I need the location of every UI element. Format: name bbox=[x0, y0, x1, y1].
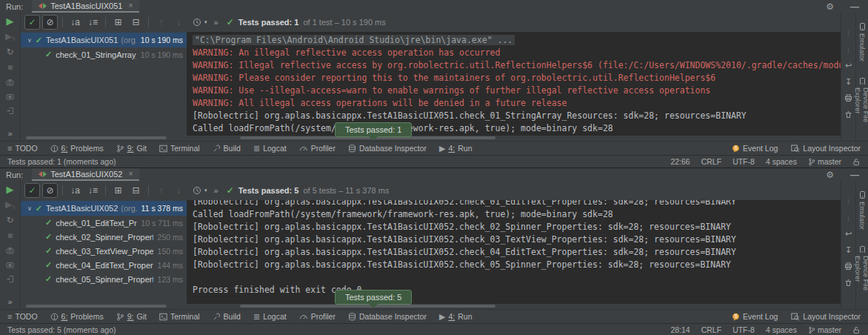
toolwindow-problems[interactable]: 6:Problems bbox=[50, 312, 104, 321]
test-tree-row[interactable]: ✓ check_01_StringArray_Resources 10 s 19… bbox=[21, 47, 187, 62]
hide-window-icon[interactable]: — bbox=[850, 1, 859, 12]
test-tree-row[interactable]: ✓ check_05_Spinner_Properties 123 ms bbox=[21, 272, 187, 286]
next-failed-icon[interactable]: ↓ bbox=[171, 183, 187, 198]
line-separator[interactable]: CRLF bbox=[701, 325, 721, 334]
attach-window-icon[interactable] bbox=[6, 107, 14, 115]
resume-icon[interactable]: ▶9 bbox=[5, 200, 15, 210]
git-branch-widget[interactable]: master bbox=[808, 157, 841, 166]
toolwindow-todo[interactable]: ≡TODO bbox=[7, 144, 38, 153]
toolwindow-profiler[interactable]: Profiler bbox=[299, 144, 335, 153]
git-branch-widget[interactable]: master bbox=[808, 325, 841, 334]
lock-icon[interactable] bbox=[852, 326, 861, 334]
print-icon[interactable] bbox=[844, 94, 852, 102]
event-log-button[interactable]: SEvent Log bbox=[732, 312, 778, 321]
toolwindow-git[interactable]: 9:Git bbox=[116, 312, 147, 321]
next-failed-icon[interactable]: ↓ bbox=[171, 15, 187, 30]
console-hscroll-thumb[interactable] bbox=[240, 305, 495, 308]
attach-window-icon[interactable] bbox=[6, 275, 14, 283]
clear-all-icon[interactable] bbox=[844, 279, 852, 287]
gear-icon[interactable]: ⚙ bbox=[826, 170, 834, 179]
toolwindow-git[interactable]: 9:Git bbox=[116, 144, 147, 153]
toolwindow-todo[interactable]: ≡TODO bbox=[7, 312, 38, 321]
stop-icon[interactable]: ■ bbox=[7, 231, 13, 241]
file-encoding[interactable]: UTF-8 bbox=[732, 157, 755, 166]
toolbar-overflow-icon[interactable]: » bbox=[7, 129, 12, 138]
resume-icon[interactable]: ▶9 bbox=[5, 32, 15, 42]
down-stack-trace-icon[interactable]: ↓ bbox=[847, 45, 851, 53]
test-tree-row[interactable]: ✓ check_02_Spinner_Properties 250 ms bbox=[21, 230, 187, 244]
tree-expand-chevron-icon[interactable]: ∨ bbox=[27, 37, 32, 44]
indent-setting[interactable]: 4 spaces bbox=[766, 157, 797, 166]
test-tree-row[interactable]: ✓ check_03_TextView_Properties 150 ms bbox=[21, 244, 187, 258]
toolwindow-problems[interactable]: 6:Problems bbox=[50, 144, 104, 153]
soft-wrap-icon[interactable]: ↩ bbox=[845, 230, 852, 238]
toolwindow-profiler[interactable]: Profiler bbox=[299, 312, 335, 321]
run-tab[interactable]: TestA1BasicUIX051 × bbox=[32, 0, 139, 13]
stripe-device-file-explorer[interactable]: Device File Explorer bbox=[854, 246, 868, 309]
toolwindow-logcat[interactable]: ≣Logcat bbox=[253, 312, 287, 321]
toolbar-more-icon[interactable]: » bbox=[214, 18, 218, 27]
scroll-to-end-icon[interactable]: ↧ bbox=[845, 246, 852, 254]
rerun-tests-icon[interactable]: ▶ bbox=[7, 185, 14, 194]
sort-by-duration-icon[interactable]: ↓≡ bbox=[85, 15, 101, 30]
rerun-failed-tests-icon[interactable]: ↻ bbox=[6, 47, 13, 57]
screen-record-icon[interactable] bbox=[6, 93, 14, 101]
line-separator[interactable]: CRLF bbox=[701, 157, 721, 166]
run-tab[interactable]: TestA1BasicUIX052 × bbox=[32, 168, 139, 181]
rerun-tests-icon[interactable]: ▶ bbox=[7, 16, 14, 26]
layout-inspector-button[interactable]: Layout Inspector bbox=[791, 144, 861, 153]
show-ignored-icon[interactable]: ⊘ bbox=[42, 183, 58, 198]
gear-icon[interactable]: ⚙ bbox=[826, 2, 834, 11]
tree-hscroll-thumb[interactable] bbox=[26, 305, 167, 308]
toolwindow-terminal[interactable]: Terminal bbox=[159, 144, 200, 153]
show-passed-icon[interactable]: ✓ bbox=[24, 15, 40, 30]
print-icon[interactable] bbox=[844, 262, 852, 271]
toolwindow-build[interactable]: Build bbox=[213, 144, 241, 153]
toolwindow-run[interactable]: ▶4:Run bbox=[439, 144, 473, 153]
sort-by-duration-icon[interactable]: ↓≡ bbox=[85, 183, 101, 198]
close-tab-icon[interactable]: × bbox=[128, 1, 133, 10]
test-history-icon[interactable] bbox=[189, 15, 204, 30]
file-encoding[interactable]: UTF-8 bbox=[732, 325, 755, 334]
event-log-button[interactable]: SEvent Log bbox=[732, 144, 778, 153]
test-tree-root-row[interactable]: ∨ ✓ TestA1BasicUIX051(org.aplas.basica 1… bbox=[21, 33, 187, 47]
show-ignored-icon[interactable]: ⊘ bbox=[42, 15, 58, 30]
toolwindow-run[interactable]: ▶4:Run bbox=[439, 312, 473, 321]
screenshot-icon[interactable] bbox=[6, 79, 14, 87]
indent-setting[interactable]: 4 spaces bbox=[766, 325, 797, 334]
scroll-to-end-icon[interactable]: ↧ bbox=[845, 78, 852, 86]
caret-position[interactable]: 28:14 bbox=[670, 325, 690, 334]
test-tree-root-row[interactable]: ∨ ✓ TestA1BasicUIX052(org.aplas.basica 1… bbox=[21, 201, 187, 216]
sort-alphabetically-icon[interactable]: ↓a bbox=[67, 15, 83, 30]
previous-failed-icon[interactable]: ↑ bbox=[153, 15, 169, 30]
soft-wrap-icon[interactable]: ↩ bbox=[845, 62, 852, 70]
up-stack-trace-icon[interactable]: ↑ bbox=[847, 197, 851, 205]
test-history-icon[interactable] bbox=[189, 183, 204, 198]
tree-hscroll-thumb[interactable] bbox=[26, 136, 167, 139]
collapse-all-icon[interactable]: ⊟ bbox=[128, 15, 144, 30]
toolwindow-database-inspector[interactable]: Database Inspector bbox=[348, 312, 427, 321]
toolbar-overflow-icon[interactable]: » bbox=[7, 297, 12, 306]
stripe-emulator[interactable]: Emulator bbox=[858, 191, 867, 230]
toolwindow-build[interactable]: Build bbox=[213, 312, 241, 321]
caret-position[interactable]: 22:66 bbox=[670, 157, 690, 166]
screenshot-icon[interactable] bbox=[6, 247, 14, 255]
close-tab-icon[interactable]: × bbox=[128, 170, 133, 178]
lock-icon[interactable] bbox=[852, 158, 861, 166]
test-tree-row[interactable]: ✓ check_04_EditText_Properties 144 ms bbox=[21, 258, 187, 272]
toolwindow-logcat[interactable]: ≣Logcat bbox=[253, 144, 287, 153]
stripe-device-file-explorer[interactable]: Device File Explorer bbox=[854, 78, 868, 141]
hide-window-icon[interactable]: — bbox=[850, 170, 859, 180]
expand-all-icon[interactable]: ⊞ bbox=[110, 15, 126, 30]
toolwindow-database-inspector[interactable]: Database Inspector bbox=[348, 144, 427, 153]
stripe-emulator[interactable]: Emulator bbox=[858, 23, 867, 62]
toolbar-more-icon[interactable]: » bbox=[214, 186, 218, 195]
toolwindow-terminal[interactable]: Terminal bbox=[159, 312, 200, 321]
test-tree-row[interactable]: ✓ check_01_EditText_Properties 10 s 711 … bbox=[21, 216, 187, 230]
collapse-all-icon[interactable]: ⊟ bbox=[128, 183, 144, 198]
run-console[interactable]: "C:\Program Files\Android\Android Studio… bbox=[187, 32, 841, 136]
show-passed-icon[interactable]: ✓ bbox=[24, 183, 40, 198]
tree-expand-chevron-icon[interactable]: ∨ bbox=[27, 205, 32, 212]
clear-all-icon[interactable] bbox=[844, 110, 852, 119]
layout-inspector-button[interactable]: Layout Inspector bbox=[791, 312, 861, 321]
